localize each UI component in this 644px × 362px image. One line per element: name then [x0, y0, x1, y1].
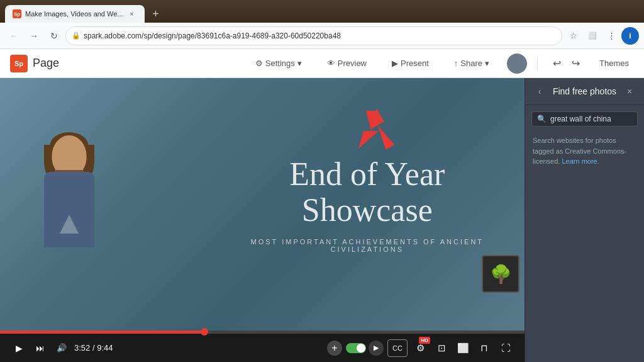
- settings-icon: ⚙: [255, 59, 263, 68]
- learn-more-link[interactable]: Learn more.: [562, 157, 599, 165]
- panel-description: Search websites for photos tagged as Cre…: [525, 132, 644, 173]
- preview-label: Preview: [338, 59, 367, 68]
- photo-search-input[interactable]: [550, 115, 644, 123]
- video-subtitle: MOST IMPORTANT ACHIEVEMENTS OF ANCIENT C…: [236, 238, 498, 253]
- red-arrow-indicator: [348, 108, 399, 159]
- sp-logo-badge: Sp: [10, 55, 28, 72]
- address-input[interactable]: [65, 26, 562, 45]
- panel-search-area: 🔍 ▾: [525, 105, 644, 132]
- settings-label: Settings: [265, 59, 295, 68]
- volume-button[interactable]: 🔊: [53, 339, 70, 357]
- video-progress-fill: [0, 331, 204, 334]
- tab-bar: Sp Make Images, Videos and We... × +: [0, 0, 644, 23]
- toolbar-divider: [537, 56, 538, 71]
- cast-button[interactable]: ⊓: [475, 339, 493, 357]
- panel-title: Find free photos: [547, 86, 623, 96]
- toggle-group: ▶: [346, 341, 384, 356]
- profile-avatar[interactable]: i: [621, 27, 639, 45]
- right-panel: ‹ Find free photos × 🔍 ▾ Search websites…: [525, 78, 644, 362]
- present-icon: ▶: [392, 59, 398, 68]
- preview-icon: 👁: [327, 59, 335, 68]
- quality-button-wrap: ⚙ HD: [411, 339, 429, 357]
- add-section-button[interactable]: +: [327, 341, 342, 356]
- person-head: [52, 135, 87, 176]
- captions-button[interactable]: CC: [387, 339, 408, 357]
- tab-title: Make Images, Videos and We...: [25, 10, 123, 18]
- lock-icon: 🔒: [72, 31, 80, 40]
- redo-button[interactable]: ↪: [567, 55, 584, 72]
- undo-button[interactable]: ↩: [548, 55, 565, 72]
- user-avatar[interactable]: [507, 54, 527, 74]
- video-main-title: End of YearShowcase: [236, 156, 498, 227]
- address-bar-wrap: 🔒: [65, 26, 562, 45]
- presenter-figure: [19, 129, 119, 331]
- video-area: End of YearShowcase MOST IMPORTANT ACHIE…: [0, 78, 525, 362]
- app-toolbar: Sp Page ⚙ Settings ▾ 👁 Preview ▶ Present…: [0, 49, 644, 78]
- play-button[interactable]: ▶: [10, 339, 28, 357]
- settings-button[interactable]: ⚙ Settings ▾: [248, 55, 309, 72]
- undo-redo-group: ↩ ↪: [548, 55, 584, 72]
- share-icon: ↑: [454, 59, 458, 68]
- new-tab-button[interactable]: +: [147, 5, 165, 23]
- app-logo: Sp Page: [10, 55, 59, 72]
- app-logo-text: Page: [33, 57, 59, 70]
- panel-collapse-button[interactable]: ‹: [533, 84, 547, 98]
- tab-favicon: Sp: [13, 9, 21, 18]
- thumbnail-tree-icon: 🌳: [490, 264, 512, 285]
- browser-nav: ← → ↻ 🔒 ☆ ⬜ ⋮ i: [0, 23, 644, 49]
- toggle-switch[interactable]: [346, 343, 366, 353]
- forward-button[interactable]: →: [25, 27, 43, 45]
- present-label: Present: [401, 59, 429, 68]
- menu-icon[interactable]: ⋮: [602, 27, 620, 45]
- video-background: End of YearShowcase MOST IMPORTANT ACHIE…: [0, 78, 525, 331]
- active-tab[interactable]: Sp Make Images, Videos and We... ×: [5, 5, 145, 23]
- panel-header: ‹ Find free photos ×: [525, 78, 644, 105]
- video-progress-track[interactable]: [0, 331, 525, 334]
- total-time: 9:44: [97, 343, 113, 353]
- time-display: 3:52 / 9:44: [74, 343, 125, 353]
- present-button[interactable]: ▶ Present: [384, 55, 436, 72]
- extensions-icon[interactable]: ⬜: [584, 27, 601, 45]
- panel-close-button[interactable]: ×: [623, 84, 636, 98]
- pip-button[interactable]: ⊡: [433, 339, 450, 357]
- toggle-thumb: [357, 344, 365, 353]
- corner-thumbnail: 🌳: [482, 255, 519, 293]
- nav-icons-right: ☆ ⬜ ⋮ i: [565, 27, 639, 45]
- search-icon: 🔍: [537, 115, 547, 123]
- video-controls: ▶ ⏭ 🔊 3:52 / 9:44 + ▶ CC: [0, 334, 525, 362]
- search-input-wrap: 🔍 ▾: [531, 111, 638, 127]
- share-label: Share: [460, 59, 482, 68]
- share-button[interactable]: ↑ Share ▾: [447, 55, 497, 72]
- hd-badge: HD: [419, 337, 430, 344]
- themes-button[interactable]: Themes: [594, 56, 634, 71]
- browser-window: Sp Make Images, Videos and We... × + ← →…: [0, 0, 644, 362]
- refresh-button[interactable]: ↻: [45, 27, 63, 45]
- play-circle-button[interactable]: ▶: [369, 341, 384, 356]
- miniplayer-button[interactable]: ⬜: [454, 339, 472, 357]
- person-collar: [60, 215, 79, 234]
- person-body: [44, 172, 94, 247]
- bookmark-icon[interactable]: ☆: [565, 27, 582, 45]
- fullscreen-button[interactable]: ⛶: [497, 339, 514, 357]
- preview-button[interactable]: 👁 Preview: [319, 55, 374, 72]
- skip-next-button[interactable]: ⏭: [31, 339, 49, 357]
- share-chevron-icon: ▾: [485, 59, 489, 68]
- settings-chevron-icon: ▾: [297, 59, 302, 68]
- video-controls-container: ▶ ⏭ 🔊 3:52 / 9:44 + ▶ CC: [0, 331, 525, 362]
- back-button[interactable]: ←: [5, 27, 23, 45]
- main-content: End of YearShowcase MOST IMPORTANT ACHIE…: [0, 78, 644, 362]
- current-time: 3:52: [74, 343, 90, 353]
- tab-close-button[interactable]: ×: [127, 9, 137, 19]
- video-title-area: End of YearShowcase MOST IMPORTANT ACHIE…: [236, 156, 498, 252]
